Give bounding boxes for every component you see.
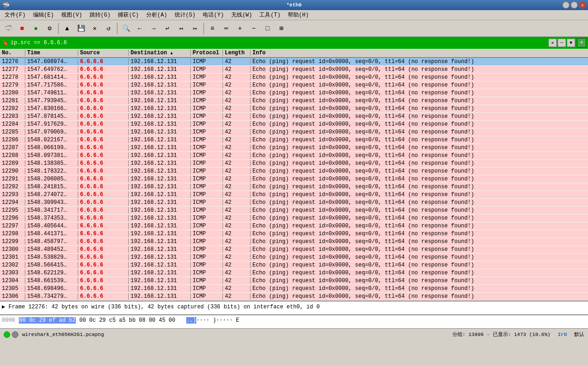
- filter-add-btn[interactable]: +: [577, 38, 586, 47]
- menu-capture[interactable]: 捕获(C): [114, 10, 143, 20]
- menu-phone[interactable]: 电话(Y): [199, 10, 228, 20]
- filter-dropdown-btn[interactable]: ▼: [567, 39, 575, 47]
- cell-no: 12304: [0, 278, 25, 284]
- table-row[interactable]: 12283 1547.878145… 6.6.6.6 192.168.12.13…: [0, 113, 588, 121]
- table-row[interactable]: 12294 1548.309943… 6.6.6.6 192.168.12.13…: [0, 199, 588, 207]
- cell-destination: 192.168.12.131: [129, 215, 191, 221]
- toolbar-zoom-btn[interactable]: 🔍: [120, 22, 132, 35]
- toolbar-sep2: [117, 23, 118, 34]
- detail-frame-icon[interactable]: ▶: [2, 304, 5, 310]
- cell-protocol: ICMP: [191, 160, 223, 167]
- menu-wireless[interactable]: 无线(W): [228, 10, 256, 20]
- table-row[interactable]: 12289 1548.138385… 6.6.6.6 192.168.12.13…: [0, 160, 588, 168]
- toolbar-shark-btn[interactable]: 🦈: [2, 22, 15, 35]
- cell-length: 42: [223, 152, 251, 159]
- status-left: wireshark_eth056H2G1.pcapng: [4, 331, 449, 338]
- toolbar-save-btn[interactable]: 💾: [74, 22, 87, 35]
- table-row[interactable]: 12277 1547.649762… 6.6.6.6 192.168.12.13…: [0, 66, 588, 74]
- cell-info: Echo (ping) request id=0x0000, seq=0/0, …: [251, 145, 588, 151]
- cell-source: 6.6.6.6: [78, 160, 129, 167]
- col-header-protocol[interactable]: Protocol: [191, 50, 223, 56]
- col-header-no[interactable]: No.: [0, 50, 25, 56]
- cell-protocol: ICMP: [191, 184, 223, 190]
- filter-bookmark-btn[interactable]: ─: [558, 39, 566, 47]
- cell-source: 6.6.6.6: [78, 199, 129, 206]
- maximize-button[interactable]: □: [571, 1, 578, 9]
- toolbar-open-btn[interactable]: ▲: [61, 22, 74, 35]
- menu-help[interactable]: 帮助(H): [284, 10, 313, 20]
- col-header-info[interactable]: Info: [251, 50, 588, 56]
- table-row[interactable]: 12278 1547.681414… 6.6.6.6 192.168.12.13…: [0, 74, 588, 81]
- menu-file[interactable]: 文件(F): [1, 10, 29, 20]
- close-button[interactable]: ✕: [579, 1, 586, 9]
- table-row[interactable]: 12295 1548.341717… 6.6.6.6 192.168.12.13…: [0, 207, 588, 214]
- toolbar-col-btn[interactable]: ≡: [206, 22, 219, 35]
- toolbar-del-btn[interactable]: −: [247, 22, 260, 35]
- table-row[interactable]: 12292 1548.241815… 6.6.6.6 192.168.12.13…: [0, 183, 588, 191]
- table-row[interactable]: 12300 1548.489452… 6.6.6.6 192.168.12.13…: [0, 246, 588, 254]
- col-header-destination[interactable]: Destination ▲: [129, 50, 191, 56]
- toolbar-auto-btn[interactable]: ═: [220, 22, 233, 35]
- table-row[interactable]: 12306 1548.734279… 6.6.6.6 192.168.12.13…: [0, 293, 588, 301]
- title-bar: 🦈 *eth0 ─ □ ✕: [0, 0, 588, 10]
- toolbar-prev-btn[interactable]: ↩: [161, 22, 174, 35]
- cell-source: 6.6.6.6: [78, 231, 129, 237]
- cell-protocol: ICMP: [191, 293, 223, 300]
- table-row[interactable]: 12299 1548.458797… 6.6.6.6 192.168.12.13…: [0, 238, 588, 246]
- toolbar-last-btn[interactable]: ↦: [188, 22, 201, 35]
- status-brand: IrO: [558, 332, 567, 337]
- menu-stats[interactable]: 统计(S): [171, 10, 200, 20]
- cell-source: 6.6.6.6: [78, 129, 129, 135]
- toolbar-close-btn[interactable]: ✕: [88, 22, 101, 35]
- table-row[interactable]: 12297 1548.405644… 6.6.6.6 192.168.12.13…: [0, 222, 588, 230]
- cell-destination: 192.168.12.131: [129, 105, 191, 112]
- cell-protocol: ICMP: [191, 145, 223, 151]
- menu-tools[interactable]: 工具(T): [256, 10, 284, 20]
- table-row[interactable]: 12280 1547.749811… 6.6.6.6 192.168.12.13…: [0, 89, 588, 97]
- toolbar-stop-btn[interactable]: ■: [16, 22, 29, 35]
- table-row[interactable]: 12285 1547.970069… 6.6.6.6 192.168.12.13…: [0, 128, 588, 136]
- cell-protocol: ICMP: [191, 58, 223, 65]
- table-row[interactable]: 12298 1548.441371… 6.6.6.6 192.168.12.13…: [0, 230, 588, 238]
- toolbar-first-btn[interactable]: ↤: [175, 22, 188, 35]
- col-header-source[interactable]: Source: [78, 50, 129, 56]
- cell-time: 1547.681414…: [25, 74, 78, 81]
- menu-analyze[interactable]: 分析(A): [143, 10, 171, 20]
- table-row[interactable]: 12279 1547.717586… 6.6.6.6 192.168.12.13…: [0, 81, 588, 89]
- toolbar-restart-btn[interactable]: ●: [29, 22, 42, 35]
- table-row[interactable]: 12305 1548.698496… 6.6.6.6 192.168.12.13…: [0, 285, 588, 293]
- app-icon: 🦈: [2, 1, 10, 9]
- table-row[interactable]: 12288 1548.097381… 6.6.6.6 192.168.12.13…: [0, 152, 588, 160]
- table-row[interactable]: 12291 1548.206085… 6.6.6.6 192.168.12.13…: [0, 175, 588, 183]
- toolbar-add-btn[interactable]: +: [234, 22, 246, 35]
- table-row[interactable]: 12286 1548.022167… 6.6.6.6 192.168.12.13…: [0, 136, 588, 144]
- toolbar-grid-btn[interactable]: ⊞: [275, 22, 288, 35]
- filter-input[interactable]: [11, 38, 547, 47]
- table-row[interactable]: 12282 1547.830166… 6.6.6.6 192.168.12.13…: [0, 105, 588, 113]
- toolbar-split-btn[interactable]: □: [261, 22, 274, 35]
- table-row[interactable]: 12296 1548.374353… 6.6.6.6 192.168.12.13…: [0, 214, 588, 222]
- toolbar-forward-btn[interactable]: →: [147, 22, 160, 35]
- cell-source: 6.6.6.6: [78, 90, 129, 96]
- col-header-time[interactable]: Time: [25, 50, 78, 56]
- toolbar-options-btn[interactable]: ⚙: [43, 22, 56, 35]
- table-row[interactable]: 12303 1548.622129… 6.6.6.6 192.168.12.13…: [0, 269, 588, 277]
- minimize-button[interactable]: ─: [562, 1, 570, 9]
- table-row[interactable]: 12290 1548.178322… 6.6.6.6 192.168.12.13…: [0, 168, 588, 175]
- filter-close-btn[interactable]: ✕: [548, 39, 557, 47]
- cell-info: Echo (ping) request id=0x0000, seq=0/0, …: [251, 137, 588, 143]
- table-row[interactable]: 12281 1547.793945… 6.6.6.6 192.168.12.13…: [0, 97, 588, 105]
- col-header-length[interactable]: Length: [223, 50, 251, 56]
- table-row[interactable]: 12301 1548.538829… 6.6.6.6 192.168.12.13…: [0, 254, 588, 261]
- menu-go[interactable]: 跳转(G): [86, 10, 114, 20]
- menu-edit[interactable]: 编辑(E): [29, 10, 58, 20]
- table-row[interactable]: 12293 1548.274072… 6.6.6.6 192.168.12.13…: [0, 191, 588, 199]
- table-row[interactable]: 12304 1548.661539… 6.6.6.6 192.168.12.13…: [0, 277, 588, 285]
- table-row[interactable]: 12287 1548.066199… 6.6.6.6 192.168.12.13…: [0, 144, 588, 152]
- toolbar-reload-btn[interactable]: ↺: [102, 22, 115, 35]
- table-row[interactable]: 12302 1548.566415… 6.6.6.6 192.168.12.13…: [0, 261, 588, 269]
- menu-view[interactable]: 视图(V): [57, 10, 86, 20]
- table-row[interactable]: 12276 1547.608974… 6.6.6.6 192.168.12.13…: [0, 58, 588, 66]
- table-row[interactable]: 12284 1547.917629… 6.6.6.6 192.168.12.13…: [0, 121, 588, 128]
- toolbar-back-btn[interactable]: ←: [133, 22, 146, 35]
